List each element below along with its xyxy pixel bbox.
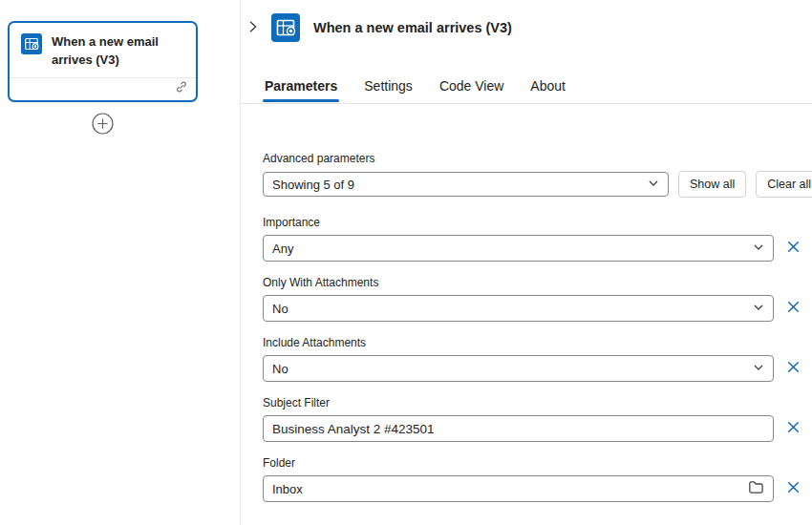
field-importance: Importance Any <box>263 216 812 262</box>
field-include-attachments: Include Attachments No <box>263 336 812 382</box>
only-with-attachments-row: No <box>263 295 812 322</box>
field-only-with-attachments: Only With Attachments No <box>263 276 812 322</box>
clear-icon <box>786 300 801 317</box>
clear-folder-button[interactable] <box>782 478 803 499</box>
parameters-content: Advanced parameters Showing 5 of 9 Show … <box>241 152 812 502</box>
collapse-panel-button[interactable] <box>243 17 264 38</box>
panel-title: When a new email arrives (V3) <box>313 20 512 35</box>
tab-parameters[interactable]: Parameters <box>263 74 339 103</box>
trigger-details-panel: When a new email arrives (V3) Parameters… <box>240 0 812 525</box>
tabs-divider <box>241 103 812 104</box>
only-with-attachments-label: Only With Attachments <box>263 276 812 289</box>
only-with-attachments-dropdown[interactable]: No <box>263 295 774 322</box>
panel-header: When a new email arrives (V3) <box>241 0 812 42</box>
importance-dropdown[interactable]: Any <box>263 235 774 262</box>
trigger-card-footer <box>10 77 196 100</box>
advanced-parameters-value: Showing 5 of 9 <box>272 178 354 192</box>
outlook-icon <box>21 33 42 54</box>
show-all-button[interactable]: Show all <box>678 171 746 198</box>
outlook-icon <box>271 13 300 42</box>
plus-icon <box>92 123 114 137</box>
only-with-attachments-value: No <box>272 302 288 316</box>
chevron-down-icon <box>648 178 659 192</box>
importance-value: Any <box>272 242 293 256</box>
clear-icon <box>786 240 801 257</box>
include-attachments-dropdown[interactable]: No <box>263 355 774 382</box>
link-icon <box>175 80 188 97</box>
subject-filter-row <box>263 415 812 442</box>
subject-filter-label: Subject Filter <box>263 396 812 410</box>
advanced-parameters-dropdown[interactable]: Showing 5 of 9 <box>263 172 669 197</box>
trigger-card-title: When a new email arrives (V3) <box>52 33 184 70</box>
clear-icon <box>786 420 801 437</box>
clear-subject-filter-button[interactable] <box>782 418 803 439</box>
folder-picker-button[interactable] <box>748 479 764 498</box>
importance-label: Importance <box>263 216 812 229</box>
include-attachments-value: No <box>272 362 288 376</box>
tab-about[interactable]: About <box>528 74 567 103</box>
add-node-button[interactable] <box>92 113 114 135</box>
chevron-down-icon <box>753 242 764 256</box>
clear-icon <box>786 480 801 497</box>
importance-row: Any <box>263 235 812 262</box>
tab-settings[interactable]: Settings <box>362 74 415 103</box>
chevron-down-icon <box>753 362 764 376</box>
include-attachments-label: Include Attachments <box>263 336 812 349</box>
tab-bar: Parameters Settings Code View About <box>263 74 812 103</box>
folder-input[interactable]: Inbox <box>263 475 774 502</box>
flow-designer: When a new email arrives (V3) <box>0 0 812 525</box>
flow-canvas: When a new email arrives (V3) <box>0 0 240 525</box>
chevron-down-icon <box>753 302 764 316</box>
advanced-parameters-label: Advanced parameters <box>263 152 812 165</box>
trigger-card[interactable]: When a new email arrives (V3) <box>8 21 198 102</box>
clear-importance-button[interactable] <box>782 238 803 259</box>
folder-value: Inbox <box>272 482 303 496</box>
folder-label: Folder <box>263 456 812 470</box>
clear-icon <box>786 360 801 377</box>
advanced-parameters-row: Showing 5 of 9 Show all Clear all <box>263 171 812 198</box>
include-attachments-row: No <box>263 355 812 382</box>
field-subject-filter: Subject Filter <box>263 396 812 442</box>
clear-include-attachments-button[interactable] <box>782 358 803 379</box>
folder-row: Inbox <box>263 475 812 502</box>
tab-code-view[interactable]: Code View <box>438 74 505 103</box>
chevron-right-icon <box>246 23 261 37</box>
folder-icon <box>748 479 764 498</box>
trigger-card-main: When a new email arrives (V3) <box>10 23 196 77</box>
field-folder: Folder Inbox <box>263 456 812 502</box>
subject-filter-input[interactable] <box>263 415 774 442</box>
clear-all-button[interactable]: Clear all <box>756 171 812 198</box>
clear-only-with-attachments-button[interactable] <box>782 298 803 319</box>
